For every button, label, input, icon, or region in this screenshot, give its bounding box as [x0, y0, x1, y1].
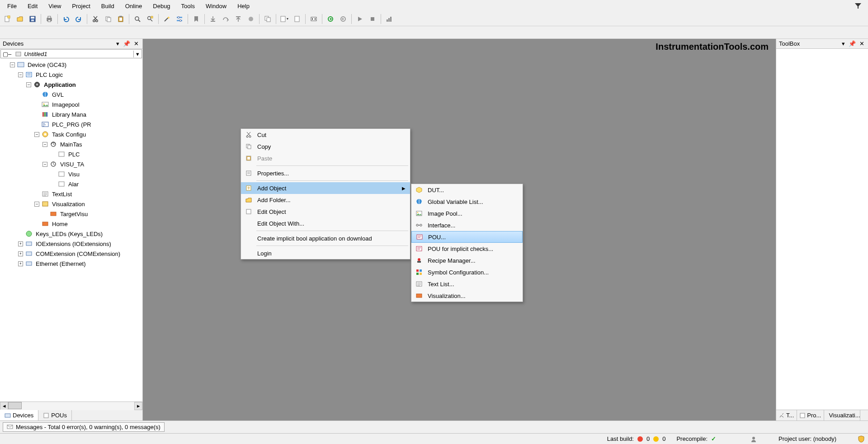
logout-icon[interactable]	[338, 14, 349, 24]
tree-alarm-item[interactable]: Alar	[2, 179, 142, 189]
tree-visu-task[interactable]: –VISU_TA	[2, 159, 142, 169]
tree-io-extensions[interactable]: +IOExtensions (IOExtensions)	[2, 239, 142, 249]
tree-visu-item[interactable]: Visu	[2, 169, 142, 179]
breakpoint-icon[interactable]	[245, 14, 256, 24]
tree-visualization-mgr[interactable]: –Visualization	[2, 199, 142, 209]
login-icon[interactable]	[325, 14, 336, 24]
step-over-icon[interactable]	[220, 14, 231, 24]
sub-pou[interactable]: POU...	[411, 231, 523, 243]
toolbox-dropdown-icon[interactable]: ▾	[841, 40, 846, 47]
panel-close-icon[interactable]: ✕	[133, 40, 140, 47]
ctx-add-object[interactable]: +Add Object▶	[241, 182, 410, 194]
menu-online[interactable]: Online	[120, 1, 148, 11]
tree-h-scrollbar[interactable]: ◂ ▸	[0, 401, 142, 410]
toolbox-pin-icon[interactable]: 📌	[848, 40, 857, 47]
tree-plc-logic[interactable]: –PLC Logic	[2, 70, 142, 80]
sub-text-list[interactable]: Text List...	[411, 278, 523, 290]
redo-icon[interactable]	[73, 14, 84, 24]
tree-application[interactable]: –Application	[2, 80, 142, 90]
filter-icon[interactable]	[850, 1, 866, 11]
scroll-right-icon[interactable]: ▸	[134, 402, 142, 410]
magic-icon[interactable]	[161, 14, 172, 24]
menu-project[interactable]: Project	[66, 1, 95, 11]
step-into-icon[interactable]	[208, 14, 218, 24]
scroll-left-icon[interactable]: ◂	[0, 402, 8, 410]
project-root-row[interactable]: ▢– Untitled1 ▾	[0, 49, 142, 58]
tree-target-visu[interactable]: TargetVisu	[2, 209, 142, 219]
sub-symbol-config[interactable]: Symbol Configuration...	[411, 266, 523, 278]
ctx-login[interactable]: Login	[241, 247, 410, 259]
toolbox-close-icon[interactable]: ✕	[859, 40, 865, 47]
tree-device[interactable]: –Device (GC43)	[2, 60, 142, 70]
ctx-edit-object[interactable]: Edit Object	[241, 206, 410, 217]
sub-pou-implicit[interactable]: POU for implicit checks...	[411, 243, 523, 255]
shield-icon[interactable]	[858, 435, 864, 443]
component-icon[interactable]	[308, 14, 319, 24]
ctx-copy[interactable]: Copy	[241, 141, 410, 152]
new-item-dd-icon[interactable]	[279, 14, 290, 24]
run-icon[interactable]	[354, 14, 365, 24]
duplicate-icon[interactable]	[262, 14, 273, 24]
panel-dropdown-icon[interactable]: ▾	[115, 40, 120, 47]
find-replace-icon[interactable]	[145, 14, 156, 24]
tree-ethernet[interactable]: +Ethernet (Ethernet)	[2, 259, 142, 269]
tab-pous[interactable]: POUs	[38, 410, 72, 420]
ctx-add-folder[interactable]: Add Folder...	[241, 194, 410, 206]
ctx-cut[interactable]: Cut	[241, 129, 410, 141]
tree-imagepool[interactable]: Imagepool	[2, 99, 142, 109]
copy-icon[interactable]	[103, 14, 113, 24]
menu-debug[interactable]: Debug	[147, 1, 175, 11]
new-file-icon[interactable]	[2, 14, 13, 24]
sub-interface[interactable]: Interface...	[411, 219, 523, 231]
menu-file[interactable]: File	[2, 1, 22, 11]
scroll-thumb[interactable]	[8, 402, 22, 409]
menu-help[interactable]: Help	[232, 1, 255, 11]
tree-plc-prg[interactable]: PLC_PRG (PR	[2, 119, 142, 129]
tree-gvl[interactable]: GVL	[2, 90, 142, 99]
save-icon[interactable]	[27, 14, 38, 24]
sub-visualization[interactable]: Visualization...	[411, 290, 523, 302]
sub-gvl[interactable]: Global Variable List...	[411, 196, 523, 208]
svg-rect-28	[295, 16, 299, 22]
stop-icon[interactable]	[367, 14, 378, 24]
tree-library-manager[interactable]: Library Mana	[2, 109, 142, 119]
ctx-create-implicit[interactable]: Create implicit bool application on down…	[241, 232, 410, 244]
undo-icon[interactable]	[61, 14, 71, 24]
tree-task-config[interactable]: –Task Configu	[2, 129, 142, 139]
messages-button[interactable]: Messages - Total 0 error(s), 0 warning(s…	[3, 422, 165, 432]
tree-com-extension[interactable]: +COMExtension (COMExtension)	[2, 249, 142, 259]
tab-devices[interactable]: Devices	[0, 410, 38, 420]
step-out-icon[interactable]	[233, 14, 244, 24]
sub-image-pool[interactable]: Image Pool...	[411, 208, 523, 219]
ctx-edit-object-with[interactable]: Edit Object With...	[241, 217, 410, 229]
print-icon[interactable]	[44, 14, 55, 24]
right-tab-2[interactable]: Pro...	[797, 410, 824, 420]
tree-plc-task-item[interactable]: PLC	[2, 149, 142, 159]
right-tab-1[interactable]: T...	[776, 410, 797, 420]
menu-window[interactable]: Window	[200, 1, 232, 11]
tree-home[interactable]: Home	[2, 219, 142, 229]
ctx-properties[interactable]: Properties...	[241, 167, 410, 179]
bookmark-icon[interactable]	[191, 14, 202, 24]
open-icon[interactable]	[14, 14, 25, 24]
paste-icon[interactable]	[115, 14, 126, 24]
menu-view[interactable]: View	[43, 1, 66, 11]
menu-edit[interactable]: Edit	[22, 1, 43, 11]
menu-build[interactable]: Build	[96, 1, 120, 11]
tree-keys-leds[interactable]: Keys_LEDs (Keys_LEDs)	[2, 229, 142, 239]
new-doc-icon[interactable]	[292, 14, 302, 24]
panel-pin-icon[interactable]: 📌	[122, 40, 131, 47]
find-icon[interactable]	[132, 14, 143, 24]
svg-point-81	[420, 224, 422, 226]
tree-main-task[interactable]: –MainTas	[2, 139, 142, 149]
settings-icon[interactable]	[174, 14, 185, 24]
menu-tools[interactable]: Tools	[176, 1, 200, 11]
tree-expander-icon[interactable]: ▢–	[1, 51, 13, 57]
cut-icon[interactable]	[90, 14, 101, 24]
tree-textlist[interactable]: TextList	[2, 189, 142, 199]
sub-dut[interactable]: DUT...	[411, 184, 523, 196]
sub-recipe-manager[interactable]: Recipe Manager...	[411, 255, 523, 266]
right-tab-3[interactable]: Visualizati...	[824, 410, 860, 420]
project-dropdown-icon[interactable]: ▾	[133, 51, 142, 57]
chart-icon[interactable]	[384, 14, 395, 24]
